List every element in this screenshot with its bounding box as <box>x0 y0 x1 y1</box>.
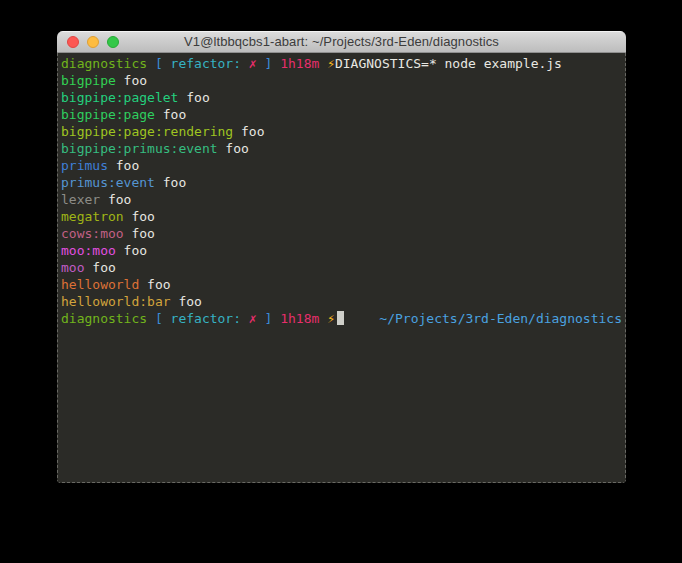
text-segment: lexer <box>61 192 100 207</box>
terminal-line: bigpipe:pagelet foo <box>61 89 622 106</box>
text-segment: moo <box>61 260 84 275</box>
terminal-line: bigpipe foo <box>61 72 622 89</box>
line-left: lexer foo <box>61 192 131 207</box>
text-segment <box>257 311 265 326</box>
text-segment <box>272 56 280 71</box>
text-segment: ✗ <box>249 311 257 326</box>
text-segment <box>319 56 327 71</box>
text-segment: foo <box>171 294 202 309</box>
cursor <box>337 311 344 325</box>
text-segment: helloworld:bar <box>61 294 171 309</box>
line-left: helloworld:bar foo <box>61 294 202 309</box>
line-left: primus foo <box>61 158 139 173</box>
text-segment <box>241 311 249 326</box>
text-segment: foo <box>108 158 139 173</box>
terminal-line: bigpipe:primus:event foo <box>61 140 622 157</box>
text-segment: 1h18m <box>280 56 319 71</box>
text-segment: megatron <box>61 209 124 224</box>
text-segment: bigpipe:primus:event <box>61 141 218 156</box>
text-segment: foo <box>233 124 264 139</box>
text-segment: primus:event <box>61 175 155 190</box>
text-segment <box>272 311 280 326</box>
line-left: bigpipe:primus:event foo <box>61 141 249 156</box>
line-left: bigpipe foo <box>61 73 147 88</box>
text-segment: foo <box>124 209 155 224</box>
text-segment: foo <box>84 260 115 275</box>
line-left: bigpipe:page:rendering foo <box>61 124 265 139</box>
text-segment: bigpipe:page <box>61 107 155 122</box>
text-segment <box>163 56 171 71</box>
terminal-line: primus foo <box>61 157 622 174</box>
text-segment: refactor: <box>171 56 241 71</box>
text-segment: diagnostics <box>61 56 147 71</box>
window-titlebar[interactable]: V1@ltbbqcbs1-abart: ~/Projects/3rd-Eden/… <box>57 31 626 53</box>
text-segment: [ <box>155 56 163 71</box>
window-title: V1@ltbbqcbs1-abart: ~/Projects/3rd-Eden/… <box>184 31 499 53</box>
text-segment: moo:moo <box>61 243 116 258</box>
terminal-line: cows:moo foo <box>61 225 622 242</box>
prompt-cwd-path: ~/Projects/3rd-Eden/diagnostics <box>379 310 622 327</box>
text-segment: foo <box>218 141 249 156</box>
terminal-screen[interactable]: diagnostics [ refactor: ✗ ] 1h18m ⚡DIAGN… <box>57 53 626 483</box>
terminal-line: helloworld foo <box>61 276 622 293</box>
terminal-line: moo foo <box>61 259 622 276</box>
text-segment: foo <box>124 226 155 241</box>
text-segment <box>319 311 327 326</box>
zoom-button[interactable] <box>107 36 119 48</box>
text-segment: refactor: <box>171 311 241 326</box>
text-segment <box>163 311 171 326</box>
text-segment: bigpipe <box>61 73 116 88</box>
text-segment <box>257 56 265 71</box>
line-left: helloworld foo <box>61 277 171 292</box>
text-segment: foo <box>155 107 186 122</box>
text-segment: foo <box>116 73 147 88</box>
line-left: bigpipe:pagelet foo <box>61 90 210 105</box>
text-segment: [ <box>155 311 163 326</box>
terminal-line: megatron foo <box>61 208 622 225</box>
line-left: cows:moo foo <box>61 226 155 241</box>
text-segment: primus <box>61 158 108 173</box>
line-left: megatron foo <box>61 209 155 224</box>
line-left: primus:event foo <box>61 175 186 190</box>
line-left: diagnostics [ refactor: ✗ ] 1h18m ⚡DIAGN… <box>61 56 562 71</box>
text-segment: ✗ <box>249 56 257 71</box>
line-left: diagnostics [ refactor: ✗ ] 1h18m ⚡ <box>61 310 344 327</box>
text-segment: cows:moo <box>61 226 124 241</box>
terminal-line: bigpipe:page:rendering foo <box>61 123 622 140</box>
text-segment: diagnostics <box>61 311 147 326</box>
line-left: moo foo <box>61 260 116 275</box>
terminal-line: diagnostics [ refactor: ✗ ] 1h18m ⚡~/Pro… <box>61 310 622 327</box>
terminal-line: diagnostics [ refactor: ✗ ] 1h18m ⚡DIAGN… <box>61 55 622 72</box>
minimize-button[interactable] <box>87 36 99 48</box>
text-segment: bigpipe:pagelet <box>61 90 178 105</box>
traffic-light-buttons <box>67 36 119 48</box>
text-segment: foo <box>100 192 131 207</box>
text-segment <box>147 311 155 326</box>
terminal-line: bigpipe:page foo <box>61 106 622 123</box>
text-segment: bigpipe:page:rendering <box>61 124 233 139</box>
terminal-line: primus:event foo <box>61 174 622 191</box>
text-segment: foo <box>155 175 186 190</box>
text-segment: 1h18m <box>280 311 319 326</box>
text-segment: helloworld <box>61 277 139 292</box>
terminal-line: lexer foo <box>61 191 622 208</box>
text-segment <box>147 56 155 71</box>
text-segment: foo <box>116 243 147 258</box>
close-button[interactable] <box>67 36 79 48</box>
text-segment: ⚡ <box>327 311 335 326</box>
terminal-line: moo:moo foo <box>61 242 622 259</box>
text-segment: ⚡ <box>327 56 335 71</box>
terminal-window: V1@ltbbqcbs1-abart: ~/Projects/3rd-Eden/… <box>57 31 626 483</box>
terminal-line: helloworld:bar foo <box>61 293 622 310</box>
text-segment: DIAGNOSTICS=* node example.js <box>335 56 562 71</box>
line-left: moo:moo foo <box>61 243 147 258</box>
line-left: bigpipe:page foo <box>61 107 186 122</box>
text-segment <box>241 56 249 71</box>
text-segment: foo <box>139 277 170 292</box>
text-segment: foo <box>178 90 209 105</box>
